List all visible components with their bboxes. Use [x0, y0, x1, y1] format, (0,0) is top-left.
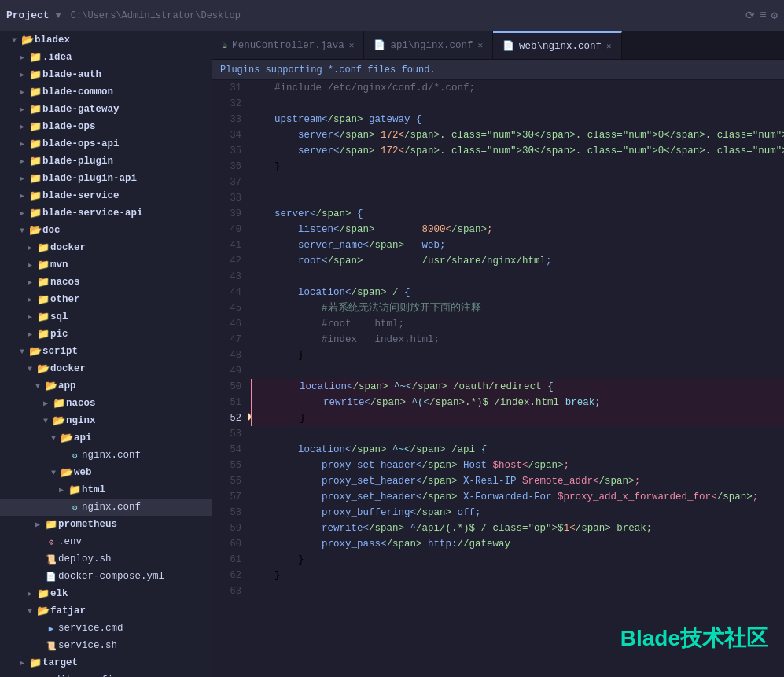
- line-number: 45: [212, 300, 248, 316]
- tree-file-icon: 📁: [28, 138, 42, 150]
- line-number: 33: [212, 112, 248, 127]
- settings-icon[interactable]: ⚙: [771, 9, 778, 22]
- tree-item-pic[interactable]: ▶📁pic: [0, 326, 212, 343]
- tree-file-icon: 📁: [28, 657, 42, 669]
- tree-item-elk[interactable]: ▶📁elk: [0, 585, 212, 602]
- tree-item-idea[interactable]: ▶📁.idea: [0, 49, 212, 66]
- code-text: listen</span> 8000</span>;: [251, 222, 493, 237]
- code-line: location</span> / {: [251, 285, 784, 300]
- conf-file-icon-2: 📄: [502, 40, 514, 52]
- tab-close-menucontroller[interactable]: ✕: [349, 40, 355, 50]
- code-text: [251, 363, 257, 379]
- tree-file-icon: 📂: [36, 362, 50, 375]
- code-line: [251, 175, 784, 190]
- code-line: server</span> 172</span>. class="num">30…: [251, 143, 784, 159]
- tabs-bar: ☕ MenuController.java ✕ 📄 api\nginx.conf…: [212, 31, 784, 60]
- refresh-icon[interactable]: ⟳: [745, 9, 755, 22]
- tree-item-script[interactable]: ▼📂script: [0, 343, 212, 360]
- tree-item-api[interactable]: ▼📂api: [0, 429, 212, 447]
- tree-item-fatjar[interactable]: ▼📂fatjar: [0, 602, 212, 620]
- tree-item-mvn[interactable]: ▶📁mvn: [0, 256, 212, 274]
- tree-item-label: script: [42, 346, 208, 357]
- line-number: 43: [212, 269, 248, 285]
- collapse-icon[interactable]: ≡: [760, 9, 766, 22]
- tab-close-webnginx[interactable]: ✕: [606, 41, 612, 51]
- tree-item-nginx[interactable]: ▼📂nginx: [0, 412, 212, 429]
- tree-item-doc[interactable]: ▼📂doc: [0, 222, 212, 239]
- tree-file-icon: 📁: [28, 207, 42, 219]
- tree-item-docker[interactable]: ▶📁docker: [0, 239, 212, 256]
- tree-item-docker[interactable]: ▼📂docker: [0, 360, 212, 377]
- tree-item-label: blade-service-api: [42, 208, 208, 219]
- tab-close-apinginx[interactable]: ✕: [477, 40, 483, 50]
- tree-file-icon: 📁: [28, 86, 42, 98]
- tree-item-bladeauth[interactable]: ▶📁blade-auth: [0, 66, 212, 83]
- tree-item-bladeops[interactable]: ▶📁blade-ops: [0, 118, 212, 135]
- tree-item-sql[interactable]: ▶📁sql: [0, 308, 212, 326]
- tree-item-nginxconf[interactable]: ⚙nginx.conf: [0, 499, 212, 516]
- tree-item-nginxconf[interactable]: ⚙nginx.conf: [0, 447, 212, 464]
- code-text: rewrite</span> ^(</span>.*)$ /index.html…: [252, 395, 601, 410]
- tree-file-icon: 📁: [28, 189, 42, 202]
- tree-item-web[interactable]: ▼📂web: [0, 464, 212, 481]
- code-text: upstream</span> gateway {: [251, 112, 422, 127]
- tree-item-html[interactable]: ▶📁html: [0, 481, 212, 499]
- tree-arrow-icon: ▶: [24, 589, 36, 598]
- tree-item-label: service.cmd: [58, 623, 208, 634]
- bookmark-indicator: [248, 410, 256, 426]
- tree-item-bladecommon[interactable]: ▶📁blade-common: [0, 83, 212, 101]
- line-number: 61: [212, 552, 248, 568]
- tree-item-label: target: [42, 657, 208, 668]
- tree-item-label: sql: [50, 311, 208, 322]
- tree-file-icon: 📂: [60, 432, 74, 444]
- tree-file-icon: 📂: [20, 34, 35, 46]
- code-line: proxy_set_header</span> X-Forwarded-For …: [251, 489, 784, 505]
- tree-item-label: web: [74, 467, 208, 478]
- tree-item-nacos[interactable]: ▶📁nacos: [0, 274, 212, 291]
- tree-file-icon: 📁: [28, 103, 42, 116]
- tab-webnginx[interactable]: 📄 web\nginx.conf ✕: [493, 31, 622, 59]
- tree-item-nacos[interactable]: ▶📁nacos: [0, 395, 212, 412]
- tree-item-bladegateway[interactable]: ▶📁blade-gateway: [0, 101, 212, 118]
- tab-apinginx[interactable]: 📄 api\nginx.conf ✕: [364, 31, 493, 59]
- code-text: location</span> ^~</span> /api {: [251, 442, 487, 458]
- tab-menucontroller[interactable]: ☕ MenuController.java ✕: [212, 31, 364, 59]
- tree-item-servicesh[interactable]: 📜service.sh: [0, 637, 212, 654]
- code-text: server_name</span> web;: [251, 237, 446, 253]
- code-text: server</span> 172</span>. class="num">30…: [251, 143, 784, 159]
- code-line: }: [251, 348, 784, 363]
- tree-item-label: service.sh: [58, 640, 208, 651]
- file-tree-sidebar[interactable]: ▼📂bladex▶📁.idea▶📁blade-auth▶📁blade-commo…: [0, 31, 212, 677]
- tree-item-prometheus[interactable]: ▶📁prometheus: [0, 516, 212, 533]
- tree-arrow-icon: ▼: [8, 36, 20, 45]
- tree-item-bladeserviceapi[interactable]: ▶📁blade-service-api: [0, 204, 212, 222]
- code-line: #若系统无法访问则放开下面的注释: [251, 300, 784, 316]
- code-text: location</span> ^~</span> /oauth/redirec…: [252, 379, 554, 395]
- tree-item-bladeopsapi[interactable]: ▶📁blade-ops-api: [0, 135, 212, 153]
- code-text: [251, 175, 257, 190]
- tree-item-other[interactable]: ▶📁other: [0, 291, 212, 308]
- tree-item-deploysh[interactable]: 📜deploy.sh: [0, 550, 212, 568]
- tree-item-target[interactable]: ▶📁target: [0, 654, 212, 671]
- tree-item-editorconfig[interactable]: ⚙.editorconfig: [0, 671, 212, 677]
- tree-item-bladeplugin[interactable]: ▶📁blade-plugin: [0, 153, 212, 170]
- code-line: #include /etc/nginx/conf.d/*.conf;: [251, 80, 784, 96]
- line-number: 50: [212, 379, 248, 395]
- code-line: }: [251, 410, 784, 426]
- tree-item-dockercomposeyml[interactable]: 📄docker-compose.yml: [0, 568, 212, 585]
- tree-arrow-icon: ▼: [16, 348, 28, 356]
- tree-item-label: blade-plugin: [42, 156, 208, 167]
- code-line: [251, 426, 784, 442]
- tree-item-label: nginx.conf: [82, 450, 208, 461]
- tree-arrow-icon: ▶: [16, 156, 28, 166]
- tree-file-icon: 📂: [60, 466, 74, 479]
- tree-item-servicecmd[interactable]: ▶service.cmd: [0, 620, 212, 637]
- code-line: proxy_buffering</span> off;: [251, 505, 784, 521]
- tree-item-bladeservice[interactable]: ▶📁blade-service: [0, 187, 212, 204]
- code-line: server_name</span> web;: [251, 237, 784, 253]
- tree-item-bladepluginapi[interactable]: ▶📁blade-plugin-api: [0, 170, 212, 187]
- tree-item-app[interactable]: ▼📂app: [0, 377, 212, 395]
- tree-item-env[interactable]: ⚙.env: [0, 533, 212, 550]
- code-editor[interactable]: 3132333435363738394041424344454647484950…: [212, 80, 784, 677]
- tree-item-bladex[interactable]: ▼📂bladex: [0, 31, 212, 49]
